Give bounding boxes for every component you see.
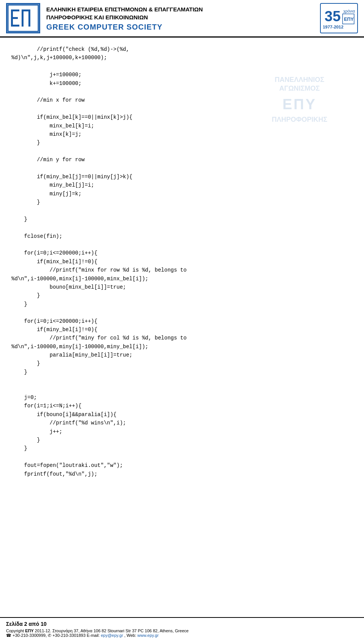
org-name-line1: ΕΛΛΗΝΙΚΗ ΕΤΑΙΡΕΙΑ ΕΠΙΣΤΗΜΟΝΩΝ & ΕΠΑΓΓΕΛΜ…	[46, 5, 314, 13]
page-number: Σελίδα 2 από 10	[6, 621, 358, 627]
epy-name: ΕΠΥ	[25, 628, 34, 633]
svg-text:χρόνια: χρόνια	[343, 9, 355, 13]
web-label: , Web:	[124, 633, 138, 638]
society-name: GREEK COMPUTER SOCIETY	[46, 23, 314, 31]
phone-number: ☎ +30-210-3300999,	[6, 633, 48, 638]
org-name-line2: ΠΛΗΡΟΦΟΡΙΚΗΣ ΚΑΙ ΕΠΙΚΟΙΝΩΝΙΩΝ	[46, 13, 314, 21]
svg-rect-4	[11, 9, 13, 27]
header-text-block: ΕΛΛΗΝΙΚΗ ΕΤΑΙΡΕΙΑ ΕΠΙΣΤΗΜΟΝΩΝ & ΕΠΑΓΓΕΛΜ…	[46, 5, 314, 31]
epy-logo-left	[6, 3, 40, 33]
website-link[interactable]: www.epy.gr	[137, 633, 158, 638]
copyright-line: Copyright ΕΠΥ 2011-12. Στουρνάρη 37, Αθή…	[6, 628, 358, 633]
contact-line: ☎ +30-210-3300999, ✆ +30-210-3301893 E-m…	[6, 633, 358, 638]
code-content: //printf("check (%d,%d)->(%d, %d)\n",j,k…	[11, 45, 353, 478]
email-link[interactable]: epy@epy.gr	[101, 633, 123, 638]
page-header: ΕΛΛΗΝΙΚΗ ΕΤΑΙΡΕΙΑ ΕΠΙΣΤΗΜΟΝΩΝ & ΕΠΑΓΓΕΛΜ…	[0, 0, 364, 38]
copyright-text: Copyright ΕΠΥ 2011-12. Στουρνάρη 37, Αθή…	[6, 628, 188, 633]
svg-rect-7	[22, 9, 30, 11]
anniversary-logo: 35 χρόνια ΕΠΥ 1977-2012	[320, 3, 358, 33]
svg-text:1977-2012: 1977-2012	[323, 25, 343, 29]
svg-rect-5	[22, 9, 24, 27]
main-content: ΠΑΝΕΛΛΗΝΙΟΣ ΑΓΩΝΙΣΜΟΣ ΕΠΥ ΠΛΗΡΟΦΟΡΙΚΗΣ /…	[0, 38, 364, 486]
svg-rect-6	[28, 9, 30, 27]
content-with-watermark: ΠΑΝΕΛΛΗΝΙΟΣ ΑΓΩΝΙΣΜΟΣ ΕΠΥ ΠΛΗΡΟΦΟΡΙΚΗΣ /…	[11, 45, 353, 478]
fax-icon: ✆	[48, 633, 51, 638]
svg-text:35: 35	[325, 8, 340, 24]
svg-text:ΕΠΥ: ΕΠΥ	[344, 17, 354, 22]
page-footer: Σελίδα 2 από 10 Copyright ΕΠΥ 2011-12. Σ…	[0, 617, 364, 641]
fax-number: +30-210-3301893	[52, 633, 86, 638]
email-label: E-mail:	[87, 633, 101, 638]
